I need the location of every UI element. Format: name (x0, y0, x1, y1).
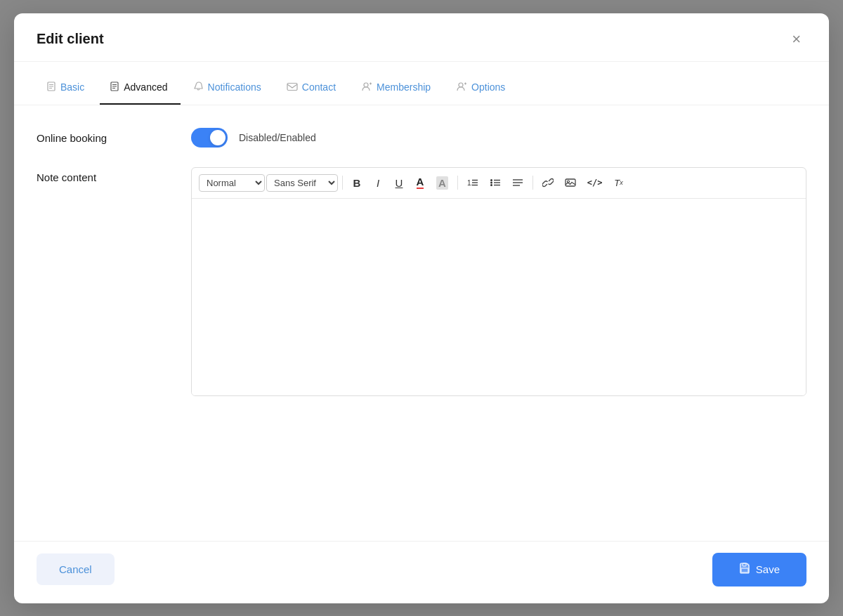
link-icon (542, 178, 554, 188)
save-label: Save (756, 563, 780, 575)
image-icon (565, 178, 576, 188)
tabs-row: Basic Advanced Notifications Contact Mem… (14, 62, 829, 105)
floppy-icon (739, 563, 750, 574)
image-button[interactable] (560, 175, 581, 190)
toggle-row: Disabled/Enabled (191, 128, 806, 148)
note-content-row: Note content Normal Heading 1 Heading 2 … (37, 167, 806, 396)
unordered-list-icon (490, 178, 501, 188)
clear-format-button[interactable]: Tx (609, 175, 629, 191)
align-icon (512, 178, 523, 187)
style-select[interactable]: Normal Heading 1 Heading 2 Heading 3 (199, 174, 265, 192)
align-button[interactable] (507, 176, 528, 190)
tab-contact-label: Contact (302, 81, 336, 93)
toggle-label: Disabled/Enabled (239, 132, 316, 143)
divider-2 (457, 176, 458, 190)
italic-button[interactable]: I (368, 174, 388, 192)
modal-body: Online booking Disabled/Enabled Note con… (14, 105, 829, 541)
svg-point-12 (459, 83, 463, 87)
ordered-list-icon: 1. (467, 178, 478, 188)
online-booking-row: Online booking Disabled/Enabled (37, 128, 806, 148)
edit-client-modal: Edit client × Basic Advanced Notificatio… (14, 13, 829, 603)
link-button[interactable] (537, 175, 558, 190)
tab-basic-label: Basic (60, 81, 84, 93)
modal-footer: Cancel Save (14, 541, 829, 603)
save-icon (739, 563, 750, 577)
contact-tab-icon (287, 81, 298, 93)
divider-1 (342, 176, 343, 190)
ordered-list-button[interactable]: 1. (462, 175, 483, 190)
advanced-tab-icon (110, 81, 119, 93)
editor-toolbar: Normal Heading 1 Heading 2 Heading 3 San… (192, 168, 806, 199)
svg-point-21 (490, 184, 492, 186)
svg-point-20 (490, 182, 492, 184)
svg-rect-8 (287, 83, 297, 90)
editor-form-control: Normal Heading 1 Heading 2 Heading 3 San… (191, 167, 806, 396)
basic-tab-icon (46, 81, 56, 93)
membership-tab-icon (361, 81, 372, 93)
font-color-icon: A (417, 176, 424, 190)
options-tab-icon (456, 81, 467, 93)
tab-contact[interactable]: Contact (277, 74, 348, 105)
svg-point-29 (567, 181, 569, 183)
font-color-button[interactable]: A (410, 173, 430, 192)
online-booking-control: Disabled/Enabled (191, 128, 806, 148)
toggle-slider (191, 128, 228, 148)
modal-title: Edit client (37, 31, 104, 47)
font-bg-button[interactable]: A (431, 173, 453, 192)
modal-header: Edit client × (14, 13, 829, 62)
tab-options-label: Options (471, 81, 505, 93)
online-booking-toggle[interactable] (191, 128, 228, 148)
tab-notifications[interactable]: Notifications (183, 74, 274, 105)
tab-options[interactable]: Options (446, 74, 518, 105)
save-button[interactable]: Save (712, 553, 806, 586)
divider-3 (532, 176, 533, 190)
tab-advanced[interactable]: Advanced (100, 74, 180, 105)
note-content-label: Note content (37, 167, 191, 183)
cancel-button[interactable]: Cancel (37, 553, 115, 585)
code-button[interactable]: </> (582, 175, 608, 190)
close-button[interactable]: × (786, 29, 806, 50)
svg-point-9 (364, 83, 368, 87)
font-select[interactable]: Sans Serif Serif Monospace (266, 174, 338, 192)
underline-button[interactable]: U (389, 174, 409, 192)
tab-notifications-label: Notifications (208, 81, 261, 93)
bold-button[interactable]: B (347, 174, 367, 192)
tab-membership[interactable]: Membership (351, 74, 443, 105)
tab-basic[interactable]: Basic (37, 74, 97, 105)
svg-rect-28 (566, 179, 575, 186)
notifications-tab-icon (193, 81, 204, 93)
tab-advanced-label: Advanced (124, 81, 167, 93)
tab-membership-label: Membership (377, 81, 431, 93)
online-booking-label: Online booking (37, 128, 191, 144)
rich-text-editor: Normal Heading 1 Heading 2 Heading 3 San… (191, 167, 806, 396)
editor-content-area[interactable] (192, 199, 806, 395)
unordered-list-button[interactable] (485, 175, 506, 190)
svg-point-19 (490, 179, 492, 181)
font-bg-icon: A (436, 176, 448, 190)
